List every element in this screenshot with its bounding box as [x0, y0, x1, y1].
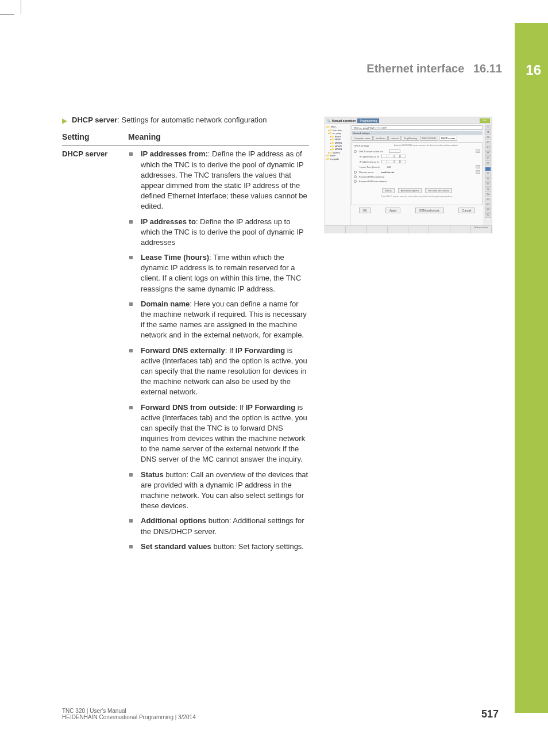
ss-toolbar-button[interactable]: SH: [485, 167, 491, 171]
ss-tab[interactable]: Internet: [388, 136, 401, 141]
ss-toolbar-button[interactable]: SN: [485, 198, 491, 202]
list-item: IP addresses from:: Define the IP addres…: [128, 149, 309, 212]
settings-table: Setting Meaning DHCP server IP addresses…: [62, 129, 309, 557]
ss-softkey[interactable]: OEM authorizat.: [471, 226, 492, 233]
ss-radio-icon: [354, 175, 357, 178]
ss-softkey[interactable]: [346, 226, 366, 233]
ss-radio-icon: [354, 180, 357, 183]
list-item: Lease Time (hours): Time within which th…: [128, 252, 309, 294]
ss-dropdown-icon: [476, 170, 480, 174]
ss-softkey[interactable]: [429, 226, 450, 233]
ss-toolbar-button[interactable]: SM: [485, 193, 491, 197]
list-item: Forward DNS from outside: If IP Forwardi…: [128, 402, 309, 465]
header-section-number: 16.11: [473, 62, 502, 75]
ss-toolbar-button[interactable]: SQ: [485, 213, 491, 218]
ss-tab[interactable]: NFS UID/GID: [420, 136, 438, 141]
ss-window-title: Network settings: [352, 131, 483, 135]
chapter-number: 16: [526, 62, 541, 78]
ss-tree: ▸📁 TNC:\▸📁 lost+foun▸📁 nc_prog▸📁 demo▸📁 …: [325, 124, 350, 225]
ss-radio-icon: [354, 171, 357, 174]
ss-softkey[interactable]: [450, 226, 471, 233]
ss-softkey[interactable]: [388, 226, 408, 233]
ss-toolbar-button[interactable]: SF: [485, 156, 491, 161]
col-setting: Setting: [62, 129, 128, 145]
ss-tabs: Computer nameInterfacesInternetPing/Rout…: [352, 136, 483, 141]
footer-line2: HEIDENHAIN Conversational Programming | …: [62, 714, 196, 720]
ss-toolbar-button[interactable]: SE: [485, 151, 491, 156]
ss-softkeys: OEM authorizat.: [325, 225, 492, 233]
ss-form-header: DHCP settings:: [354, 144, 388, 147]
ss-mode-programming: Programming: [357, 118, 379, 123]
list-item: Forward DNS externally: If IP Forwarding…: [128, 346, 309, 398]
ss-dnc-badge: DNC: [480, 118, 490, 123]
arrow-icon: ▶: [62, 116, 67, 126]
embedded-screenshot: 🔍 Manual operation Programming DNC ▸📁 TN…: [325, 117, 492, 233]
ss-tab[interactable]: DHCP server: [439, 136, 457, 141]
ss-toolbar-button[interactable]: SI: [485, 172, 491, 176]
footer-line1: TNC 320 | User's Manual: [62, 708, 196, 714]
ss-radio-icon: [354, 150, 357, 153]
ss-tab[interactable]: Interfaces: [373, 136, 388, 141]
page-number: 517: [481, 708, 499, 720]
ss-toolbar-button[interactable]: SB: [485, 136, 491, 140]
ss-toolbar-button[interactable]: SP: [485, 208, 491, 213]
ss-cancel-button[interactable]: Cancel: [458, 208, 476, 213]
ss-status-button[interactable]: Status: [382, 188, 394, 193]
page-header: Ethernet interface 16.11: [366, 62, 502, 75]
ss-softkey[interactable]: [367, 226, 388, 233]
ss-toolbar-button[interactable]: SD: [485, 146, 491, 151]
list-item: Set standard values button: Set factory …: [128, 542, 309, 552]
intro-label: DHCP server: [72, 116, 117, 124]
ss-dropdown-icon: [476, 165, 480, 168]
ss-oem-button[interactable]: OEM authorizat.: [415, 208, 444, 213]
list-item: Status button: Call an overview of the d…: [128, 470, 309, 512]
list-item: Domain name: Here you can define a name …: [128, 299, 309, 341]
ss-tree-item[interactable]: ▸📁 tncguide: [326, 158, 349, 161]
ss-toolbar-button[interactable]: SG: [485, 162, 491, 166]
ss-note: The DHCP server service cannot be activa…: [354, 195, 480, 198]
ss-topbar: 🔍 Manual operation Programming DNC: [325, 117, 492, 124]
page-footer: TNC 320 | User's Manual HEIDENHAIN Conve…: [62, 708, 499, 720]
ss-softkey[interactable]: [325, 226, 346, 233]
ss-form: DHCP settings: Activate DHCP/DNS server …: [352, 142, 483, 205]
ss-right-toolbar: SSASBSCSDSESFSGSHSISJSKSLSMSNSOSPSQ: [484, 124, 492, 225]
ss-toolbar-button[interactable]: SO: [485, 203, 491, 208]
ss-toolbar-button[interactable]: SK: [485, 182, 491, 187]
meaning-cell: IP addresses from:: Define the IP addres…: [128, 145, 309, 557]
ss-tab[interactable]: Computer name: [352, 136, 373, 141]
meaning-list: IP addresses from:: Define the IP addres…: [128, 149, 309, 552]
ss-toolbar-button[interactable]: SA: [485, 131, 491, 135]
ss-search-icon: 🔍: [327, 119, 330, 122]
ss-form-note: Activate DHCP/DNS server services for de…: [394, 144, 480, 147]
ss-path: TNC:\nc_prog\PGM\*.H;*.I;*.DXF: [352, 125, 483, 130]
col-meaning: Meaning: [128, 129, 309, 145]
chapter-tab: 16: [515, 23, 548, 713]
ss-softkey[interactable]: [408, 226, 429, 233]
list-item: Additional options button: Additional se…: [128, 516, 309, 536]
ss-main: TNC:\nc_prog\PGM\*.H;*.I;*.DXF Network s…: [350, 124, 484, 225]
ss-ok-button[interactable]: OK: [359, 208, 371, 213]
ss-tab[interactable]: Ping/Routing: [402, 136, 419, 141]
main-content: ▶ DHCP server: Settings for automatic ne…: [62, 115, 309, 557]
ss-toolbar-button[interactable]: SL: [485, 187, 491, 192]
ss-dropdown-icon: [476, 149, 480, 153]
ss-stdvalues-button[interactable]: Set stnd. def. values: [425, 188, 451, 193]
ss-toolbar-button[interactable]: S: [485, 125, 491, 130]
ss-toolbar-button[interactable]: SC: [485, 141, 491, 145]
list-item: IP addresses to: Define the IP address u…: [128, 217, 309, 248]
ss-toolbar-button[interactable]: SJ: [485, 177, 491, 182]
intro-desc: : Settings for automatic network configu…: [117, 116, 267, 124]
setting-name: DHCP server: [62, 145, 128, 557]
ss-mode-manual: Manual operation: [332, 119, 356, 122]
ss-advanced-button[interactable]: Advanced options: [398, 188, 422, 193]
header-title-text: Ethernet interface: [366, 62, 464, 75]
ss-apply-button[interactable]: Apply: [385, 208, 401, 213]
intro-line: ▶ DHCP server: Settings for automatic ne…: [62, 115, 309, 126]
